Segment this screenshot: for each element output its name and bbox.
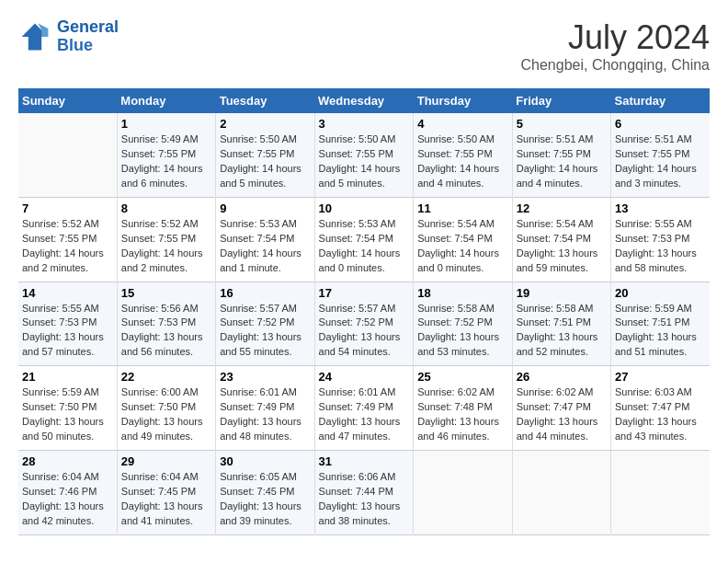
calendar-cell: 13Sunrise: 5:55 AMSunset: 7:53 PMDayligh… [611,197,711,282]
day-number: 23 [220,370,310,384]
day-info: Sunrise: 5:52 AMSunset: 7:55 PMDaylight:… [121,217,211,276]
day-info: Sunrise: 5:54 AMSunset: 7:54 PMDaylight:… [517,217,607,276]
day-number: 26 [517,370,607,384]
logo-icon [18,20,51,53]
calendar-cell: 12Sunrise: 5:54 AMSunset: 7:54 PMDayligh… [512,197,610,282]
day-info: Sunrise: 5:53 AMSunset: 7:54 PMDaylight:… [319,217,410,276]
page-header: General Blue July 2024 Chengbei, Chongqi… [18,18,710,74]
day-info: Sunrise: 5:56 AMSunset: 7:53 PMDaylight:… [121,302,211,361]
day-number: 6 [615,117,706,131]
calendar-cell: 24Sunrise: 6:01 AMSunset: 7:49 PMDayligh… [314,366,414,451]
calendar-cell: 17Sunrise: 5:57 AMSunset: 7:52 PMDayligh… [314,282,414,366]
day-info: Sunrise: 5:50 AMSunset: 7:55 PMDaylight:… [319,132,410,191]
day-number: 10 [319,201,410,215]
calendar-week-row: 1Sunrise: 5:49 AMSunset: 7:55 PMDaylight… [18,113,710,197]
calendar-cell: 2Sunrise: 5:50 AMSunset: 7:55 PMDaylight… [216,113,314,197]
calendar-week-row: 7Sunrise: 5:52 AMSunset: 7:55 PMDaylight… [18,197,710,282]
calendar-cell: 22Sunrise: 6:00 AMSunset: 7:50 PMDayligh… [117,366,215,451]
day-info: Sunrise: 5:51 AMSunset: 7:55 PMDaylight:… [615,132,706,191]
calendar-cell: 11Sunrise: 5:54 AMSunset: 7:54 PMDayligh… [414,197,512,282]
day-number: 4 [417,117,507,131]
logo: General Blue [18,18,119,55]
day-info: Sunrise: 6:00 AMSunset: 7:50 PMDaylight:… [121,385,211,444]
day-header: Monday [117,88,215,113]
calendar-cell: 19Sunrise: 5:58 AMSunset: 7:51 PMDayligh… [512,282,610,366]
calendar-cell: 14Sunrise: 5:55 AMSunset: 7:53 PMDayligh… [18,282,117,366]
calendar-cell: 25Sunrise: 6:02 AMSunset: 7:48 PMDayligh… [414,366,512,451]
day-info: Sunrise: 5:52 AMSunset: 7:55 PMDaylight:… [22,217,113,276]
day-info: Sunrise: 5:53 AMSunset: 7:54 PMDaylight:… [220,217,310,276]
day-number: 1 [121,117,211,131]
calendar-cell: 15Sunrise: 5:56 AMSunset: 7:53 PMDayligh… [117,282,215,366]
day-info: Sunrise: 6:05 AMSunset: 7:45 PMDaylight:… [220,470,310,529]
calendar-cell: 26Sunrise: 6:02 AMSunset: 7:47 PMDayligh… [512,366,610,451]
day-header: Saturday [611,88,711,113]
day-number: 12 [517,201,607,215]
day-number: 31 [319,454,410,468]
day-info: Sunrise: 5:55 AMSunset: 7:53 PMDaylight:… [22,302,113,361]
day-info: Sunrise: 5:58 AMSunset: 7:51 PMDaylight:… [517,302,607,361]
day-number: 5 [517,117,607,131]
day-info: Sunrise: 6:04 AMSunset: 7:46 PMDaylight:… [22,470,113,529]
day-info: Sunrise: 5:59 AMSunset: 7:51 PMDaylight:… [615,302,706,361]
day-number: 13 [615,201,706,215]
calendar-cell: 1Sunrise: 5:49 AMSunset: 7:55 PMDaylight… [117,113,215,197]
calendar-week-row: 21Sunrise: 5:59 AMSunset: 7:50 PMDayligh… [18,366,710,451]
day-number: 7 [22,201,113,215]
calendar-cell: 30Sunrise: 6:05 AMSunset: 7:45 PMDayligh… [216,451,314,535]
day-header: Thursday [414,88,512,113]
calendar-week-row: 14Sunrise: 5:55 AMSunset: 7:53 PMDayligh… [18,282,710,366]
calendar-cell [414,451,512,535]
calendar-cell: 20Sunrise: 5:59 AMSunset: 7:51 PMDayligh… [611,282,711,366]
calendar-cell: 7Sunrise: 5:52 AMSunset: 7:55 PMDaylight… [18,197,117,282]
calendar-cell: 28Sunrise: 6:04 AMSunset: 7:46 PMDayligh… [18,451,117,535]
day-info: Sunrise: 5:50 AMSunset: 7:55 PMDaylight:… [220,132,310,191]
day-info: Sunrise: 5:51 AMSunset: 7:55 PMDaylight:… [517,132,607,191]
day-number: 21 [22,370,113,384]
day-info: Sunrise: 6:03 AMSunset: 7:47 PMDaylight:… [615,385,706,444]
day-number: 25 [417,370,507,384]
calendar-cell: 10Sunrise: 5:53 AMSunset: 7:54 PMDayligh… [314,197,414,282]
day-info: Sunrise: 5:54 AMSunset: 7:54 PMDaylight:… [417,217,507,276]
day-number: 16 [220,286,310,300]
calendar-cell: 5Sunrise: 5:51 AMSunset: 7:55 PMDaylight… [512,113,610,197]
day-info: Sunrise: 6:06 AMSunset: 7:44 PMDaylight:… [319,470,410,529]
calendar-header: SundayMondayTuesdayWednesdayThursdayFrid… [18,88,710,113]
day-header: Wednesday [314,88,414,113]
calendar-cell: 8Sunrise: 5:52 AMSunset: 7:55 PMDaylight… [117,197,215,282]
calendar-cell: 18Sunrise: 5:58 AMSunset: 7:52 PMDayligh… [414,282,512,366]
day-number: 29 [121,454,211,468]
calendar-cell [611,451,711,535]
title-block: July 2024 Chengbei, Chongqing, China [521,18,710,74]
day-number: 3 [319,117,410,131]
day-number: 24 [319,370,410,384]
day-info: Sunrise: 5:57 AMSunset: 7:52 PMDaylight:… [319,302,410,361]
days-row: SundayMondayTuesdayWednesdayThursdayFrid… [18,88,710,113]
calendar-week-row: 28Sunrise: 6:04 AMSunset: 7:46 PMDayligh… [18,451,710,535]
day-number: 2 [220,117,310,131]
calendar-cell: 23Sunrise: 6:01 AMSunset: 7:49 PMDayligh… [216,366,314,451]
calendar-cell [18,113,117,197]
day-header: Sunday [18,88,117,113]
day-number: 28 [22,454,113,468]
day-number: 30 [220,454,310,468]
calendar-cell: 21Sunrise: 5:59 AMSunset: 7:50 PMDayligh… [18,366,117,451]
calendar-cell: 3Sunrise: 5:50 AMSunset: 7:55 PMDaylight… [314,113,414,197]
day-info: Sunrise: 5:55 AMSunset: 7:53 PMDaylight:… [615,217,706,276]
day-number: 17 [319,286,410,300]
day-number: 27 [615,370,706,384]
day-info: Sunrise: 5:57 AMSunset: 7:52 PMDaylight:… [220,302,310,361]
day-info: Sunrise: 6:01 AMSunset: 7:49 PMDaylight:… [220,385,310,444]
day-header: Friday [512,88,610,113]
calendar-cell: 9Sunrise: 5:53 AMSunset: 7:54 PMDaylight… [216,197,314,282]
day-number: 14 [22,286,113,300]
location: Chengbei, Chongqing, China [521,57,710,74]
day-info: Sunrise: 5:50 AMSunset: 7:55 PMDaylight:… [417,132,507,191]
day-number: 8 [121,201,211,215]
day-number: 20 [615,286,706,300]
day-number: 18 [417,286,507,300]
day-info: Sunrise: 5:49 AMSunset: 7:55 PMDaylight:… [121,132,211,191]
day-info: Sunrise: 5:59 AMSunset: 7:50 PMDaylight:… [22,385,113,444]
day-number: 11 [417,201,507,215]
calendar-cell: 31Sunrise: 6:06 AMSunset: 7:44 PMDayligh… [314,451,414,535]
